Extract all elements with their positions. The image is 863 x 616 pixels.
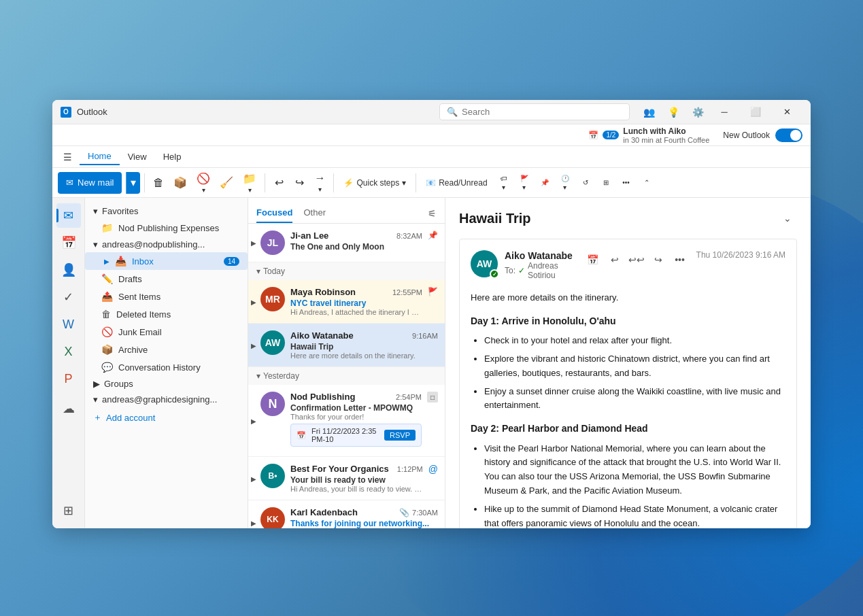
more-button[interactable]: ••• [617,170,636,196]
rules-button[interactable]: 📌 [535,170,554,196]
subject-karl: Thanks for joining our networking... [290,519,438,528]
menu-item-home[interactable]: Home [80,148,120,165]
add-account-button[interactable]: ＋ Add account [85,407,248,428]
thread-count-nod[interactable]: □ [427,392,438,403]
chevron-down-icon-yesterday: ▾ [256,371,260,381]
day1-heading: Day 1: Arrive in Honolulu, O'ahu [471,313,785,328]
sidebar-item-junk[interactable]: 🚫 Junk Email [85,323,248,341]
rsvp-button[interactable]: RSVP [384,430,416,441]
ribbon: ✉ New mail ▾ 🗑 📦 🚫▾ 🧹 📁▾ ↩ ↪ →▾ [52,168,811,198]
thread-expand-organics[interactable]: ▶ [251,475,256,482]
thread-expand-aiko[interactable]: ▶ [251,341,256,349]
expand-thread-button[interactable]: ⌄ [778,209,797,228]
email-header-karl: Karl Kadenbach 📎 7:30AM [290,507,438,517]
thread-expand-nod[interactable]: ▶ [251,417,256,424]
lightning-icon: ⚡ [343,178,354,188]
chevron-up-icon: ⌃ [644,179,649,186]
sidebar-item-conv-history[interactable]: 💬 Conversation History [85,358,248,376]
email-item-jian-lee[interactable]: ▶ JL Ji-an Lee 8:32AM The One and Only M… [248,224,445,262]
day2-item-2: Hike up to the summit of Diamond Head St… [484,502,785,528]
sidebar-item-deleted[interactable]: 🗑 Deleted Items [85,305,248,323]
close-button[interactable]: ✕ [771,101,802,123]
sidebar-item-inbox[interactable]: ▶ 📥 Inbox 14 [85,252,248,270]
more-actions-button[interactable]: ••• [671,250,690,269]
menu-bar: ☰ Home View Help [52,146,811,168]
spam-button[interactable]: 🚫▾ [192,170,214,196]
email-item-organics[interactable]: ▶ B• Best For Your Organics 1:12PM Your … [248,457,445,500]
email-item-karl[interactable]: ▶ KK Karl Kadenbach 📎 7:30AM Thanks for … [248,500,445,528]
account2-section-header[interactable]: ▾ andreas@graphicdesigning... [85,392,248,407]
maximize-button[interactable]: ⬜ [740,101,771,123]
flag-dropdown-button[interactable]: 🚩▾ [515,170,534,196]
time-dropdown-button[interactable]: 🕐▾ [556,170,575,196]
new-mail-dropdown-button[interactable]: ▾ [126,172,140,194]
calendar-action-button[interactable]: 📅 [583,250,603,269]
reply-all-button[interactable]: ↩↩ [627,250,646,269]
email-content-jian: Ji-an Lee 8:32AM The One and Only Moon [290,230,422,255]
calendar-notif[interactable]: 📅 1/2 Lunch with Aiko in 30 min at Fourt… [588,126,709,144]
favorites-section-header[interactable]: ▾ Favorites [85,203,248,219]
ribbon-collapse-button[interactable]: ⌃ [637,170,656,196]
nav-tasks-icon[interactable]: ✓ [56,285,81,309]
nav-onedrive-icon[interactable]: ☁ [56,396,81,421]
sweep-button[interactable]: 🧹 [216,170,237,196]
new-outlook-switch[interactable] [775,129,802,142]
notification-bar: 📅 1/2 Lunch with Aiko in 30 min at Fourt… [52,124,811,146]
nav-people-icon[interactable]: 👤 [56,258,81,282]
nav-apps-icon[interactable]: ⊞ [56,498,81,523]
sidebar-item-archive[interactable]: 📦 Archive [85,341,248,358]
search-input[interactable] [462,107,622,117]
lightbulb-icon[interactable]: 💡 [662,103,684,122]
reply-button[interactable]: ↩ [605,250,624,269]
sidebar-item-drafts[interactable]: ✏️ Drafts [85,270,248,288]
tab-focused[interactable]: Focused [256,203,292,223]
forward-button[interactable]: →▾ [310,170,329,196]
undo2-button[interactable]: ↺ [576,170,595,196]
email-item-nod[interactable]: ▶ N Nod Publishing 2:54PM Confirmation L… [248,385,445,457]
new-mail-button[interactable]: ✉ New mail [58,172,122,194]
email-item-aiko[interactable]: ▶ AW Aiko Watanabe 9:16AM Hawaii Trip He… [248,324,445,367]
quick-steps-button[interactable]: ⚡ Quick steps▾ [338,172,411,194]
forward-action-button[interactable]: ↪ [649,250,668,269]
redo-button[interactable]: ↪ [290,170,309,196]
thread-expand-karl[interactable]: ▶ [251,519,256,527]
tab-other[interactable]: Other [303,203,326,223]
archive-button[interactable]: 📦 [169,170,191,196]
menu-item-help[interactable]: Help [155,149,190,165]
event-info: Lunch with Aiko in 30 min at Fourth Coff… [623,126,709,144]
thread-expand-jian[interactable]: ▶ [251,239,256,247]
tag-dropdown-button[interactable]: 🏷▾ [494,170,513,196]
undo-button[interactable]: ↩ [269,170,288,196]
nav-word-icon[interactable]: W [56,312,81,337]
move-button[interactable]: 📁▾ [239,170,260,196]
sidebar-item-sent[interactable]: 📤 Sent Items [85,288,248,305]
subject-aiko: Hawaii Trip [290,342,438,352]
time-karl: 7:30AM [412,509,438,517]
menu-item-view[interactable]: View [120,149,155,165]
minimize-button[interactable]: ─ [709,101,740,123]
search-bar[interactable]: 🔍 [439,103,630,120]
calendar-inline-nod: 📅 Fri 11/22/2023 2:35 PM-10 RSVP [290,424,422,447]
people-icon[interactable]: 👥 [638,103,660,122]
grid-button[interactable]: ⊞ [596,170,615,196]
delete-icon: 🗑 [153,177,164,189]
app-title: Outlook [77,107,439,117]
time-aiko: 9:16AM [412,332,438,340]
nav-excel-icon[interactable]: X [56,339,81,364]
nav-powerpoint-icon[interactable]: P [56,366,81,391]
thread-expand-maya[interactable]: ▶ [251,298,256,305]
more-icon: ••• [622,179,630,186]
filter-icon[interactable]: ⚟ [428,208,437,219]
sidebar-item-nod-publishing[interactable]: 📁 Nod Publishing Expenses [85,219,248,237]
groups-section-header[interactable]: ▶ Groups [85,376,248,392]
pin-icon-jian: 📌 [428,230,438,255]
delete-button[interactable]: 🗑 [149,170,168,196]
nav-mail-icon[interactable]: ✉ [56,203,81,228]
email-item-maya[interactable]: ▶ MR Maya Robinson 12:55PM NYC travel it… [248,280,445,324]
settings-icon[interactable]: ⚙️ [687,103,709,122]
nav-calendar-icon[interactable]: 📅 [56,230,81,255]
hamburger-button[interactable]: ☰ [58,148,77,167]
account1-section-header[interactable]: ▾ andreas@nodpublishing... [85,237,248,252]
read-unread-button[interactable]: 📧 Read/Unread [420,172,492,194]
reading-pane: Hawaii Trip ⌄ AW ✓ Aiko Watanabe To: ✓ A… [445,198,811,528]
